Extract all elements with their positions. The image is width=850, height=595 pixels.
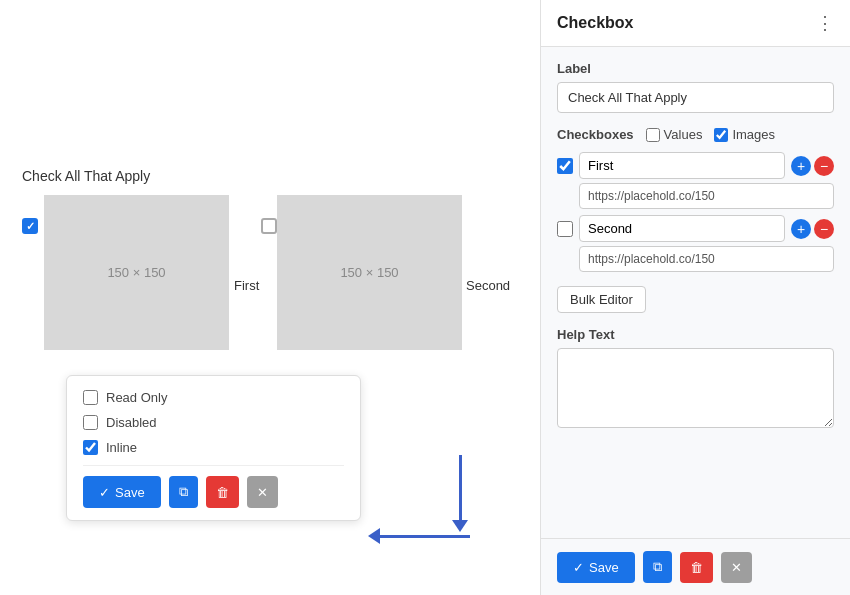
canvas-form-label: Check All That Apply (22, 168, 150, 184)
panel-copy-button[interactable]: ⧉ (643, 551, 672, 583)
panel-delete-button[interactable]: 🗑 (680, 552, 713, 583)
panel-menu-icon[interactable]: ⋮ (816, 14, 834, 32)
panel-delete-icon: 🗑 (690, 560, 703, 575)
values-option[interactable]: Values (646, 127, 703, 142)
disabled-label: Disabled (106, 415, 157, 430)
label-field-label: Label (557, 61, 834, 76)
cb1-url-input[interactable] (579, 183, 834, 209)
cb2-add-button[interactable]: + (791, 219, 811, 239)
cb2-url-input[interactable] (579, 246, 834, 272)
checkbox-row-2-top: + − (557, 215, 834, 242)
arrow-left-line (380, 535, 470, 538)
panel-close-button[interactable]: ✕ (721, 552, 752, 583)
popup-delete-button[interactable]: 🗑 (206, 476, 239, 508)
copy-icon: ⧉ (179, 484, 188, 500)
popup-copy-button[interactable]: ⧉ (169, 476, 198, 508)
canvas-checkbox-first[interactable] (22, 218, 38, 234)
checkbox-row-1: + − (557, 152, 834, 209)
panel-title: Checkbox (557, 14, 633, 32)
options-popup: Read Only Disabled Inline ✓ Save ⧉ 🗑 ✕ (66, 375, 361, 521)
cb2-checkbox[interactable] (557, 221, 573, 237)
canvas-image-second: 150 × 150 (277, 195, 462, 350)
canvas-area: Check All That Apply 150 × 150 150 × 150… (0, 0, 540, 595)
disabled-checkbox[interactable] (83, 415, 98, 430)
close-icon: ✕ (257, 485, 268, 500)
panel-footer: ✓ Save ⧉ 🗑 ✕ (541, 538, 850, 595)
canvas-image-first: 150 × 150 (44, 195, 229, 350)
canvas-label-second: Second (466, 278, 510, 293)
inline-row[interactable]: Inline (83, 440, 344, 455)
cb1-remove-button[interactable]: − (814, 156, 834, 176)
panel-header: Checkbox ⋮ (541, 0, 850, 47)
inline-checkbox[interactable] (83, 440, 98, 455)
values-checkbox[interactable] (646, 128, 660, 142)
panel-body: Label Checkboxes Values Images + − (541, 47, 850, 538)
cb1-actions: + − (791, 156, 834, 176)
popup-save-button[interactable]: ✓ Save (83, 476, 161, 508)
canvas-label-first: First (234, 278, 259, 293)
arrow-down-line (459, 455, 462, 520)
popup-divider (83, 465, 344, 466)
bulk-editor-button[interactable]: Bulk Editor (557, 286, 646, 313)
cb1-text-input[interactable] (579, 152, 785, 179)
read-only-row[interactable]: Read Only (83, 390, 344, 405)
disabled-row[interactable]: Disabled (83, 415, 344, 430)
help-text-textarea[interactable] (557, 348, 834, 428)
help-text-label: Help Text (557, 327, 834, 342)
delete-icon: 🗑 (216, 485, 229, 500)
popup-close-button[interactable]: ✕ (247, 476, 278, 508)
cb2-actions: + − (791, 219, 834, 239)
right-panel: Checkbox ⋮ Label Checkboxes Values Image… (540, 0, 850, 595)
checkbox-row-2: + − (557, 215, 834, 272)
arrow-left-head (368, 528, 380, 544)
popup-save-check-icon: ✓ (99, 485, 110, 500)
read-only-checkbox[interactable] (83, 390, 98, 405)
inline-label: Inline (106, 440, 137, 455)
panel-save-check-icon: ✓ (573, 560, 584, 575)
checkboxes-label: Checkboxes (557, 127, 634, 142)
arrow-down (452, 455, 468, 532)
popup-footer: ✓ Save ⧉ 🗑 ✕ (83, 476, 344, 508)
cb2-text-input[interactable] (579, 215, 785, 242)
cb1-add-button[interactable]: + (791, 156, 811, 176)
checkboxes-header: Checkboxes Values Images (557, 127, 834, 142)
arrow-left (368, 528, 470, 544)
panel-copy-icon: ⧉ (653, 559, 662, 575)
panel-close-icon: ✕ (731, 560, 742, 575)
cb1-checkbox[interactable] (557, 158, 573, 174)
images-option[interactable]: Images (714, 127, 775, 142)
canvas-checkbox-second[interactable] (261, 218, 277, 234)
cb2-remove-button[interactable]: − (814, 219, 834, 239)
label-input[interactable] (557, 82, 834, 113)
values-label: Values (664, 127, 703, 142)
checkbox-row-1-top: + − (557, 152, 834, 179)
images-label: Images (732, 127, 775, 142)
panel-save-button[interactable]: ✓ Save (557, 552, 635, 583)
read-only-label: Read Only (106, 390, 167, 405)
images-checkbox[interactable] (714, 128, 728, 142)
